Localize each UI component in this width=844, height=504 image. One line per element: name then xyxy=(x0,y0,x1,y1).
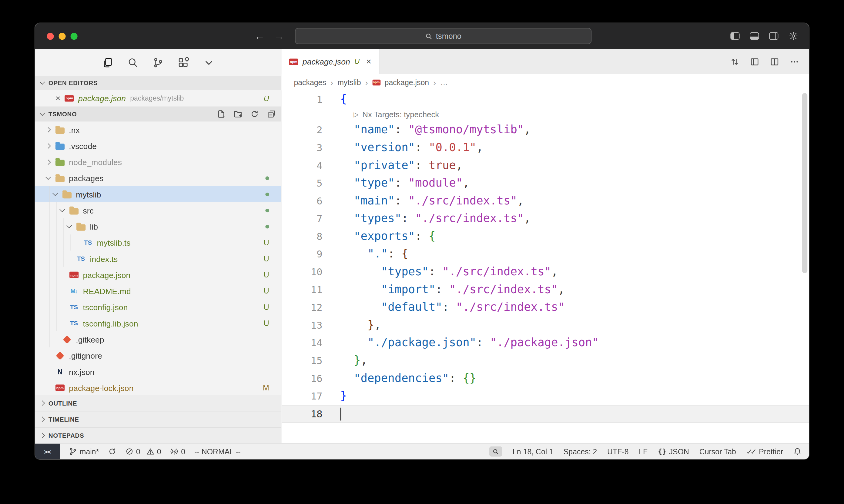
timeline-label: TIMELINE xyxy=(49,416,79,422)
tree-item-.gitkeep[interactable]: .gitkeep xyxy=(35,331,281,347)
formatter-indicator[interactable]: ✓✓ Prettier xyxy=(746,447,783,455)
eol-indicator[interactable]: LF xyxy=(639,447,648,455)
code-line-14[interactable]: 14 "./package.json": "./package.json" xyxy=(282,334,809,352)
breadcrumb-item-package-json[interactable]: package.json xyxy=(385,78,429,86)
tree-item-nx.json[interactable]: Nnx.json xyxy=(35,363,281,379)
open-editors-section-header[interactable]: OPEN EDITORS xyxy=(35,76,281,90)
notepads-section-header[interactable]: NOTEPADS xyxy=(35,427,281,443)
language-mode-indicator[interactable]: {} JSON xyxy=(658,447,689,455)
collapse-folders-button[interactable] xyxy=(267,110,276,118)
tree-item-.vscode[interactable]: .vscode xyxy=(35,138,281,154)
more-views-chevron-icon[interactable] xyxy=(203,57,214,68)
tree-item-package.json[interactable]: npmpackage.jsonU xyxy=(35,267,281,283)
git-status-badge: U xyxy=(264,254,269,263)
code-line-8[interactable]: 8 "exports": { xyxy=(282,228,809,245)
breadcrumb-item-mytslib[interactable]: mytslib xyxy=(338,78,361,86)
open-changes-button[interactable] xyxy=(750,57,759,66)
open-editor-item-package-json[interactable]: × npm package.json packages/mytslib U xyxy=(35,90,281,107)
navigate-back-button[interactable]: ← xyxy=(255,31,265,41)
code-line-2[interactable]: 2 "name": "@tsmono/mytslib", xyxy=(282,121,809,139)
tree-item-lib[interactable]: lib xyxy=(35,218,281,234)
toggle-panel-button[interactable] xyxy=(750,32,759,40)
codelens-nx-targets[interactable]: ▷Nx Targets: typecheck xyxy=(282,108,809,121)
tab-package-json[interactable]: npm package.json U × xyxy=(282,49,380,74)
source-control-icon[interactable] xyxy=(152,57,163,68)
tree-item-.gitignore[interactable]: .gitignore xyxy=(35,347,281,363)
timeline-section-header[interactable]: TIMELINE xyxy=(35,411,281,427)
project-section-header[interactable]: TSMONO xyxy=(35,107,281,122)
tree-item-README.md[interactable]: M↓README.mdU xyxy=(35,283,281,299)
tree-item-packages[interactable]: packages xyxy=(35,170,281,186)
sync-changes-button[interactable] xyxy=(108,447,116,455)
code-line-4[interactable]: 4 "private": true, xyxy=(282,157,809,175)
git-status-badge: U xyxy=(264,94,269,102)
notifications-bell-button[interactable] xyxy=(793,447,802,455)
tree-item-node_modules[interactable]: node_modules xyxy=(35,154,281,170)
tree-item-src[interactable]: src xyxy=(35,202,281,218)
cursor-position-indicator[interactable]: Ln 18, Col 1 xyxy=(513,447,553,455)
outline-section-header[interactable]: OUTLINE xyxy=(35,395,281,411)
close-tab-button[interactable]: × xyxy=(366,57,372,66)
code-line-7[interactable]: 7 "types": "./src/index.ts", xyxy=(282,210,809,228)
breadcrumb-item-packages[interactable]: packages xyxy=(294,78,326,86)
code-line-12[interactable]: 12 "default": "./src/index.ts" xyxy=(282,298,809,316)
settings-gear-icon[interactable] xyxy=(789,31,798,41)
code-line-3[interactable]: 3 "version": "0.0.1", xyxy=(282,139,809,157)
code-line-13[interactable]: 13 }, xyxy=(282,316,809,334)
git-modified-dot xyxy=(265,224,269,228)
tree-item-tsconfig.json[interactable]: TStsconfig.jsonU xyxy=(35,299,281,315)
tree-item-mytslib[interactable]: mytslib xyxy=(35,186,281,202)
close-window-button[interactable] xyxy=(47,32,54,39)
tree-item-index.ts[interactable]: TSindex.tsU xyxy=(35,251,281,267)
toggle-sidebar-button[interactable] xyxy=(730,32,739,40)
explorer-icon[interactable] xyxy=(102,57,113,68)
code-line-16[interactable]: 16 "dependencies": {} xyxy=(282,370,809,388)
editor-scrollbar[interactable] xyxy=(802,93,807,273)
tree-item-.nx[interactable]: .nx xyxy=(35,122,281,138)
code-editor[interactable]: 1{▷Nx Targets: typecheck2 "name": "@tsmo… xyxy=(282,90,809,443)
search-view-icon[interactable] xyxy=(127,57,138,68)
code-line-17[interactable]: 17} xyxy=(282,387,809,405)
npm-file-icon: npm xyxy=(54,384,66,391)
code-line-5[interactable]: 5 "type": "module", xyxy=(282,174,809,192)
code-line-15[interactable]: 15 }, xyxy=(282,352,809,370)
new-folder-button[interactable] xyxy=(234,110,242,118)
indentation-indicator[interactable]: Spaces: 2 xyxy=(564,447,597,455)
maximize-window-button[interactable] xyxy=(71,32,77,39)
minimize-window-button[interactable] xyxy=(59,32,66,39)
compare-changes-button[interactable] xyxy=(730,57,740,66)
ports-indicator[interactable]: 0 xyxy=(170,447,185,455)
breadcrumb-item-symbol[interactable]: … xyxy=(440,78,448,86)
refresh-explorer-button[interactable] xyxy=(251,110,259,118)
indent-guide xyxy=(64,251,64,267)
branch-indicator[interactable]: main* xyxy=(69,447,99,455)
remote-indicator[interactable]: >< xyxy=(35,444,60,459)
tree-item-tsconfig.lib.json[interactable]: TStsconfig.lib.jsonU xyxy=(35,315,281,331)
encoding-indicator[interactable]: UTF-8 xyxy=(607,447,628,455)
command-center-search[interactable]: tsmono xyxy=(295,28,591,44)
extensions-icon[interactable] xyxy=(178,57,189,68)
close-editor-icon[interactable]: × xyxy=(55,94,61,102)
code-line-11[interactable]: 11 "import": "./src/index.ts", xyxy=(282,281,809,299)
tree-item-package-lock.json[interactable]: npmpackage-lock.jsonM xyxy=(35,380,281,395)
activity-bar xyxy=(35,49,281,76)
navigate-forward-button[interactable]: → xyxy=(274,31,285,41)
code-line-18[interactable]: 18 xyxy=(282,405,809,423)
code-line-1[interactable]: 1{ xyxy=(282,90,809,108)
git-status-badge: U xyxy=(264,270,269,279)
play-icon: ▷ xyxy=(354,111,359,119)
code-line-6[interactable]: 6 "main": "./src/index.ts", xyxy=(282,192,809,210)
more-actions-button[interactable] xyxy=(790,57,799,66)
split-editor-button[interactable] xyxy=(770,57,779,66)
tree-item-mytslib.ts[interactable]: TSmytslib.tsU xyxy=(35,234,281,251)
code-line-10[interactable]: 10 "types": "./src/index.ts", xyxy=(282,263,809,281)
toggle-secondary-sidebar-button[interactable] xyxy=(769,32,778,40)
zoom-indicator[interactable] xyxy=(489,447,503,457)
problems-indicator[interactable]: 0 0 xyxy=(125,447,161,455)
code-line-9[interactable]: 9 ".": { xyxy=(282,245,809,263)
tree-item-label: mytslib xyxy=(76,190,101,199)
warning-count: 0 xyxy=(157,447,161,455)
indent-guide xyxy=(56,267,57,283)
new-file-button[interactable] xyxy=(217,110,226,118)
cursor-tab-indicator[interactable]: Cursor Tab xyxy=(700,447,736,455)
